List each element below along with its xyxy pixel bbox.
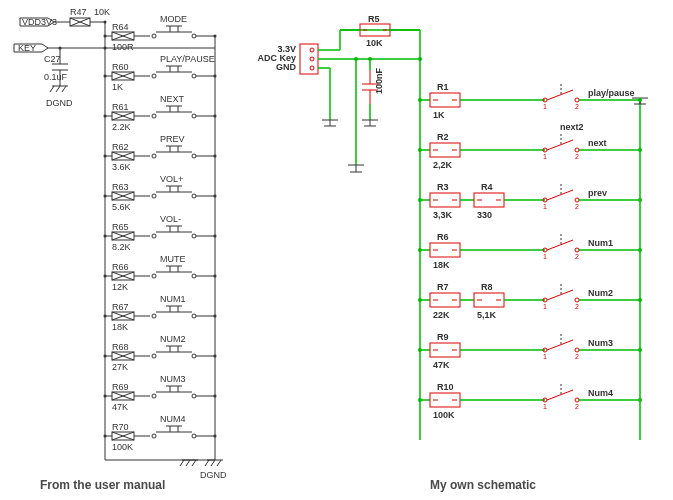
sw-label: play/pause	[588, 88, 635, 98]
svg-point-145	[104, 395, 107, 398]
res-val: 12K	[112, 282, 128, 292]
svg-point-38	[214, 35, 217, 38]
left-row-0: R64100RMODE	[104, 14, 217, 52]
svg-point-86	[214, 195, 217, 198]
right-row-4: R722KR85,1K12Num2	[418, 282, 642, 320]
r5-ref: R5	[368, 14, 380, 24]
r47-val: 10K	[94, 7, 110, 17]
left-rows: R64100RMODER601KPLAY/PAUSER612.2KNEXTR62…	[104, 14, 217, 452]
svg-point-263	[638, 248, 642, 252]
svg-point-161	[310, 57, 314, 61]
svg-line-22	[192, 460, 196, 466]
svg-point-162	[310, 66, 314, 70]
res-val: 18K	[112, 322, 128, 332]
svg-text:1: 1	[543, 303, 547, 310]
sw-label: Num4	[588, 388, 613, 398]
svg-line-209	[547, 90, 573, 100]
svg-point-138	[152, 394, 156, 398]
res-val: 1K	[433, 110, 445, 120]
left-row-3: R623.6KPREV	[104, 134, 217, 172]
svg-point-55	[192, 114, 196, 118]
res-ref: R63	[112, 182, 129, 192]
res-val: 3,3K	[433, 210, 453, 220]
res-val: 100K	[433, 410, 455, 420]
res-ref: R66	[112, 262, 129, 272]
res-val: 27K	[112, 362, 128, 372]
svg-point-282	[638, 298, 642, 302]
svg-point-66	[152, 154, 156, 158]
svg-text:1: 1	[543, 253, 547, 260]
left-row-10: R70100KNUM4	[104, 414, 217, 452]
right-row-0: R11K12play/pause	[418, 82, 642, 120]
right-row-5: R947K12Num3	[418, 332, 642, 370]
svg-point-134	[214, 355, 217, 358]
right-row-2: R33,3KR433012prev	[418, 182, 642, 220]
res-ref: R70	[112, 422, 129, 432]
svg-point-67	[192, 154, 196, 158]
res-ref: R7	[437, 282, 449, 292]
svg-point-158	[214, 435, 217, 438]
svg-point-73	[104, 155, 107, 158]
svg-text:2: 2	[575, 103, 579, 110]
res-ref: R6	[437, 232, 449, 242]
svg-point-61	[104, 115, 107, 118]
svg-point-31	[192, 34, 196, 38]
left-row-6: R6612KMUTE	[104, 254, 217, 292]
svg-point-16	[104, 21, 107, 24]
caption-right: My own schematic	[430, 478, 536, 492]
svg-point-122	[214, 315, 217, 318]
sw-label: NEXT	[160, 94, 185, 104]
res-val: 18K	[433, 260, 450, 270]
sw-label: PLAY/PAUSE	[160, 54, 215, 64]
svg-point-98	[214, 235, 217, 238]
svg-point-229	[638, 148, 642, 152]
res-ref: R10	[437, 382, 454, 392]
res-val: 8.2K	[112, 242, 131, 252]
svg-point-160	[310, 48, 314, 52]
svg-point-291	[575, 348, 579, 352]
res-val: 330	[477, 210, 492, 220]
dgnd-1: DGND	[46, 98, 73, 108]
svg-text:2: 2	[575, 353, 579, 360]
right-schematic: 3.3V ADC Key GND R5 10K 100nF R11K12play…	[257, 14, 648, 440]
svg-text:1: 1	[543, 403, 547, 410]
right-rows: R11K12play/pauseR22,2K12nextnext2R33,3KR…	[418, 82, 642, 420]
svg-line-26	[217, 460, 221, 466]
vdd-label: VDD3V3	[22, 17, 57, 27]
res-val: 5,1K	[477, 310, 497, 320]
sw-label: NUM1	[160, 294, 186, 304]
sw-label: Num3	[588, 338, 613, 348]
res-val: 2.2K	[112, 122, 131, 132]
svg-point-42	[152, 74, 156, 78]
res-ref: R4	[481, 182, 493, 192]
left-row-8: R6827KNUM2	[104, 334, 217, 372]
svg-point-195	[418, 57, 422, 61]
res-ref: R61	[112, 102, 129, 112]
svg-line-10	[50, 86, 54, 92]
svg-point-297	[638, 348, 642, 352]
svg-point-242	[575, 198, 579, 202]
sw-label: NUM4	[160, 414, 186, 424]
left-schematic: VDD3V3 R47 10K KEY C27 0.1uF DGND DGND R…	[14, 7, 227, 480]
sw-label: MODE	[160, 14, 187, 24]
svg-point-110	[214, 275, 217, 278]
svg-point-79	[192, 194, 196, 198]
sw-label: VOL+	[160, 174, 183, 184]
key-label: KEY	[18, 43, 36, 53]
svg-rect-159	[300, 44, 318, 74]
c27-val: 0.1uF	[44, 72, 68, 82]
left-row-1: R601KPLAY/PAUSE	[104, 54, 217, 92]
svg-point-126	[152, 354, 156, 358]
svg-text:1: 1	[543, 353, 547, 360]
svg-point-49	[104, 75, 107, 78]
svg-point-115	[192, 314, 196, 318]
svg-point-139	[192, 394, 196, 398]
res-ref: R62	[112, 142, 129, 152]
svg-point-257	[575, 248, 579, 252]
svg-text:1: 1	[543, 203, 547, 210]
svg-text:2: 2	[575, 303, 579, 310]
svg-point-30	[152, 34, 156, 38]
res-val: 5.6K	[112, 202, 131, 212]
svg-text:2: 2	[575, 153, 579, 160]
svg-line-12	[62, 86, 66, 92]
